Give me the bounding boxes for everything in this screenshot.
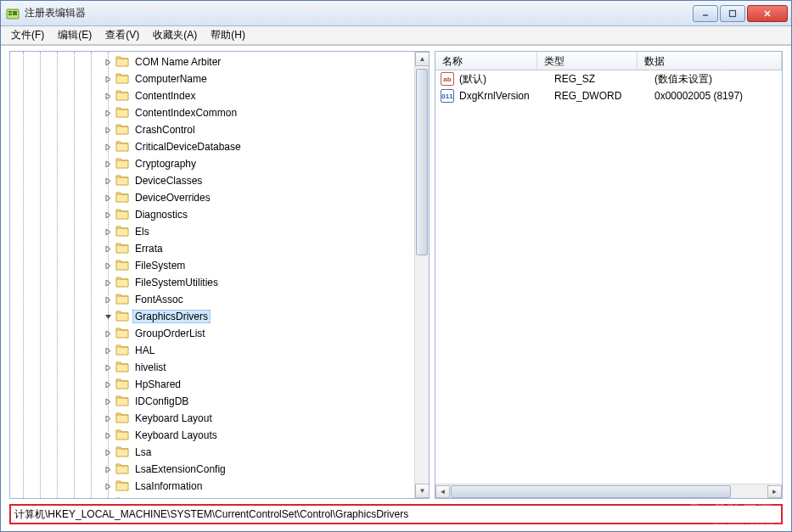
expand-icon[interactable]	[104, 329, 113, 339]
tree-item-label[interactable]: Diagnostics	[132, 208, 190, 221]
tree-item[interactable]: Els	[10, 223, 429, 240]
expand-icon[interactable]	[104, 160, 113, 169]
menu-edit[interactable]: 编辑(E)	[51, 26, 98, 44]
expand-icon[interactable]	[104, 193, 113, 203]
column-header-name[interactable]: 名称	[435, 52, 537, 70]
tree-item[interactable]: Errata	[10, 240, 429, 257]
expand-icon[interactable]	[104, 143, 113, 152]
tree-item[interactable]: MediaCategories	[10, 495, 429, 498]
tree-item[interactable]: LsaInformation	[10, 478, 429, 495]
tree-item-label[interactable]: Cryptography	[132, 157, 199, 171]
tree-item[interactable]: FontAssoc	[10, 291, 429, 308]
expand-icon[interactable]	[104, 261, 113, 271]
expand-icon[interactable]	[104, 227, 113, 237]
expand-icon[interactable]	[104, 92, 113, 101]
tree-item-label[interactable]: HpShared	[132, 378, 183, 391]
tree-item-label[interactable]: Keyboard Layout	[132, 412, 215, 425]
tree-item[interactable]: HpShared	[10, 376, 429, 393]
expand-icon[interactable]	[104, 126, 113, 135]
tree-item-label[interactable]: IDConfigDB	[132, 395, 191, 408]
tree-item-label[interactable]: ComputerName	[132, 72, 210, 86]
tree-item-label[interactable]: DeviceClasses	[132, 174, 205, 188]
scroll-right-button[interactable]: ►	[767, 485, 782, 498]
tree-item[interactable]: COM Name Arbiter	[10, 53, 429, 70]
tree-item[interactable]: Keyboard Layout	[10, 410, 429, 427]
tree-item-label[interactable]: ContentIndex	[132, 89, 198, 103]
tree-item-label[interactable]: LsaExtensionConfig	[132, 462, 228, 476]
list-horizontal-scrollbar[interactable]: ◄ ►	[435, 484, 782, 498]
expand-icon[interactable]	[104, 448, 113, 457]
hscroll-thumb[interactable]	[451, 485, 731, 498]
tree-item-label[interactable]: GraphicsDrivers	[132, 310, 211, 323]
tree-item[interactable]: GroupOrderList	[10, 325, 429, 342]
maximize-button[interactable]	[720, 5, 745, 22]
scroll-up-button[interactable]: ▲	[415, 52, 430, 66]
tree-item[interactable]: ContentIndex	[10, 87, 429, 104]
tree-item-label[interactable]: FontAssoc	[132, 293, 186, 306]
expand-icon[interactable]	[104, 482, 113, 491]
menu-view[interactable]: 查看(V)	[98, 26, 146, 44]
tree-item[interactable]: IDConfigDB	[10, 393, 429, 410]
expand-icon[interactable]	[104, 278, 113, 288]
expand-icon[interactable]	[104, 75, 113, 84]
tree-item-label[interactable]: Els	[132, 225, 152, 238]
expand-icon[interactable]	[104, 397, 113, 406]
tree-item[interactable]: ContentIndexCommon	[10, 104, 429, 121]
expand-icon[interactable]	[104, 431, 113, 440]
column-header-data[interactable]: 数据	[638, 52, 782, 70]
scroll-left-button[interactable]: ◄	[435, 485, 450, 498]
scroll-down-button[interactable]: ▼	[415, 484, 430, 498]
tree-item[interactable]: DeviceClasses	[10, 172, 429, 189]
scroll-thumb[interactable]	[416, 69, 428, 255]
tree-item[interactable]: Keyboard Layouts	[10, 427, 429, 444]
tree-item[interactable]: GraphicsDrivers	[10, 308, 429, 325]
tree-item[interactable]: Diagnostics	[10, 206, 429, 223]
column-header-type[interactable]: 类型	[537, 52, 638, 70]
expand-icon[interactable]	[104, 363, 113, 372]
titlebar[interactable]: 注册表编辑器	[1, 1, 791, 26]
tree-item[interactable]: DeviceOverrides	[10, 189, 429, 206]
tree-item-label[interactable]: CriticalDeviceDatabase	[132, 140, 244, 154]
expand-icon[interactable]	[104, 176, 113, 186]
menu-file[interactable]: 文件(F)	[4, 26, 51, 44]
tree-item[interactable]: ComputerName	[10, 70, 429, 87]
tree-item-label[interactable]: FileSystemUtilities	[132, 276, 221, 289]
tree-item-label[interactable]: LsaInformation	[132, 479, 205, 493]
menu-help[interactable]: 帮助(H)	[204, 26, 252, 44]
expand-icon[interactable]	[104, 58, 113, 67]
collapse-icon[interactable]	[104, 312, 113, 322]
list-row[interactable]: 011DxgKrnlVersionREG_DWORD0x00002005 (81…	[435, 87, 782, 104]
tree-vertical-scrollbar[interactable]: ▲ ▼	[414, 52, 429, 498]
tree-item[interactable]: hivelist	[10, 359, 429, 376]
tree-item-label[interactable]: Keyboard Layouts	[132, 428, 220, 442]
tree-item-label[interactable]: DeviceOverrides	[132, 191, 213, 204]
tree-item[interactable]: CriticalDeviceDatabase	[10, 138, 429, 155]
expand-icon[interactable]	[104, 346, 113, 356]
expand-icon[interactable]	[104, 210, 113, 220]
menu-favorites[interactable]: 收藏夹(A)	[146, 26, 204, 44]
expand-icon[interactable]	[104, 380, 113, 389]
tree-item-label[interactable]: FileSystem	[132, 259, 188, 272]
tree-item[interactable]: FileSystem	[10, 257, 429, 274]
tree-item[interactable]: FileSystemUtilities	[10, 274, 429, 291]
tree-item[interactable]: CrashControl	[10, 121, 429, 138]
tree-item[interactable]: LsaExtensionConfig	[10, 461, 429, 478]
close-button[interactable]	[747, 5, 788, 22]
expand-icon[interactable]	[104, 414, 113, 423]
list-body[interactable]: ab(默认)REG_SZ(数值未设置)011DxgKrnlVersionREG_…	[435, 70, 782, 484]
minimize-button[interactable]	[693, 5, 718, 22]
expand-icon[interactable]	[104, 465, 113, 474]
list-row[interactable]: ab(默认)REG_SZ(数值未设置)	[435, 70, 782, 87]
tree-item-label[interactable]: GroupOrderList	[132, 327, 208, 340]
tree-item-label[interactable]: MediaCategories	[132, 496, 215, 498]
tree-item-label[interactable]: Errata	[132, 242, 166, 255]
expand-icon[interactable]	[104, 244, 113, 254]
tree-item-label[interactable]: hivelist	[132, 361, 169, 374]
tree-scroll[interactable]: COM Name ArbiterComputerNameContentIndex…	[10, 52, 429, 498]
expand-icon[interactable]	[104, 109, 113, 118]
tree-item-label[interactable]: HAL	[132, 344, 157, 357]
expand-icon[interactable]	[104, 295, 113, 305]
tree-item-label[interactable]: COM Name Arbiter	[132, 55, 223, 69]
tree-item[interactable]: Lsa	[10, 444, 429, 461]
tree-item-label[interactable]: Lsa	[132, 445, 154, 459]
